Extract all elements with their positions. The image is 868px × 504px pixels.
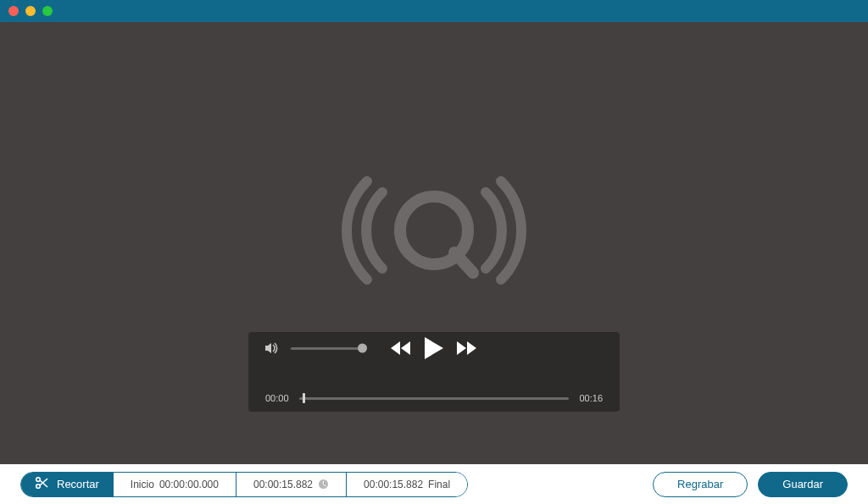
volume-slider[interactable] — [291, 347, 364, 350]
volume-slider-knob[interactable] — [358, 344, 367, 353]
trim-start-time: 00:00:00.000 — [159, 479, 219, 490]
window-maximize-button[interactable] — [42, 6, 53, 16]
trim-end-label: Final — [428, 479, 450, 490]
save-button-label: Guardar — [782, 478, 823, 490]
titlebar — [0, 0, 868, 22]
window-minimize-button[interactable] — [25, 6, 36, 16]
rewind-button[interactable] — [391, 341, 413, 356]
trim-button-label: Recortar — [57, 478, 99, 490]
fast-forward-button[interactable] — [455, 341, 477, 356]
trim-control-group: Recortar Inicio 00:00:00.000 00:00:15.88… — [20, 472, 468, 497]
trim-end-time: 00:00:15.882 — [364, 479, 423, 490]
trim-current-segment[interactable]: 00:00:15.882 — [236, 473, 346, 496]
rerecord-button[interactable]: Regrabar — [653, 472, 748, 497]
bottom-toolbar: Recortar Inicio 00:00:00.000 00:00:15.88… — [0, 464, 868, 504]
player-controls-panel: 00:00 00:16 — [248, 332, 620, 412]
current-time-label: 00:00 — [265, 393, 289, 403]
trim-button[interactable]: Recortar — [21, 473, 113, 496]
play-button[interactable] — [423, 336, 445, 360]
save-button[interactable]: Guardar — [758, 472, 848, 497]
trim-start-label: Inicio — [131, 479, 154, 490]
scissors-icon — [35, 476, 48, 492]
trim-start-segment[interactable]: Inicio 00:00:00.000 — [113, 473, 236, 496]
volume-icon[interactable] — [265, 342, 279, 354]
trim-current-time: 00:00:15.882 — [253, 479, 313, 490]
clock-icon — [318, 479, 329, 490]
rerecord-button-label: Regrabar — [677, 478, 723, 490]
trim-end-segment[interactable]: 00:00:15.882 Final — [346, 473, 467, 496]
video-preview-area: 00:00 00:16 — [0, 22, 868, 464]
seek-slider[interactable] — [299, 397, 570, 400]
app-logo-icon — [332, 163, 536, 298]
total-time-label: 00:16 — [579, 393, 603, 403]
seek-slider-knob[interactable] — [303, 393, 305, 403]
svg-line-1 — [454, 252, 473, 273]
window-close-button[interactable] — [8, 6, 19, 16]
